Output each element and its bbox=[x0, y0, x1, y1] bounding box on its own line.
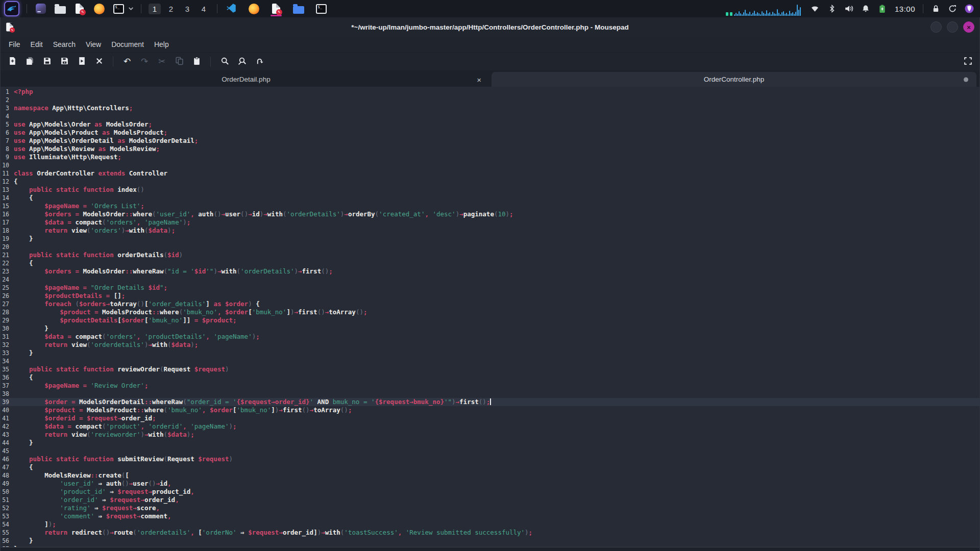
save-as-button[interactable] bbox=[57, 55, 72, 69]
menu-document[interactable]: Document bbox=[106, 38, 149, 51]
redo-icon: ↷ bbox=[141, 57, 148, 66]
toolbar-separator bbox=[113, 57, 113, 67]
code-text: } bbox=[14, 349, 33, 357]
workspace-3[interactable]: 3 bbox=[181, 4, 193, 14]
menu-file[interactable]: File bbox=[4, 38, 26, 51]
line-number: 10 bbox=[1, 161, 14, 169]
brave-icon[interactable] bbox=[965, 4, 974, 13]
kali-menu-button[interactable] bbox=[4, 1, 19, 16]
taskbar-window-vscode[interactable] bbox=[225, 1, 238, 16]
menu-edit[interactable]: Edit bbox=[26, 38, 48, 51]
close-document-button[interactable] bbox=[91, 55, 107, 69]
menu-view[interactable]: View bbox=[81, 38, 106, 51]
line-number: 52 bbox=[1, 504, 14, 512]
logout-icon[interactable] bbox=[948, 4, 957, 13]
code-editor[interactable]: 1<?php23namespace App\Http\Controllers;4… bbox=[1, 87, 979, 547]
line-number: 53 bbox=[1, 512, 14, 520]
line-number: 19 bbox=[1, 235, 14, 243]
code-text: } bbox=[14, 439, 33, 446]
code-line-28: 28$product = ModelsProduct::where('bmuk_… bbox=[1, 308, 979, 316]
line-number: 12 bbox=[1, 178, 14, 186]
monitor-bar bbox=[777, 9, 778, 16]
monitor-bar bbox=[772, 12, 773, 16]
titlebar[interactable]: *~/write-up/Iman/jumbo-master/app/Http/C… bbox=[1, 17, 979, 37]
terminal-icon: $_ bbox=[316, 4, 327, 14]
code-line-43: 43return view('revieworder')→with($data)… bbox=[1, 431, 979, 439]
cut-button[interactable]: ✂ bbox=[154, 55, 169, 69]
code-line-14: 14{ bbox=[1, 194, 979, 202]
monitor-bar bbox=[752, 13, 753, 16]
tab-OrderController.php[interactable]: OrderController.php bbox=[492, 72, 976, 87]
monitor-bar bbox=[785, 14, 786, 16]
launcher-terminal[interactable]: $_ bbox=[112, 2, 125, 15]
new-document-button[interactable] bbox=[5, 55, 20, 69]
menu-search[interactable]: Search bbox=[48, 38, 81, 51]
tab-close-button[interactable]: × bbox=[477, 76, 481, 83]
copy-button[interactable] bbox=[172, 55, 187, 69]
code-line-2: 2 bbox=[1, 96, 979, 104]
monitor-bar bbox=[781, 12, 782, 16]
line-number: 44 bbox=[1, 439, 14, 447]
code-text: return view('revieworder')→with($data); bbox=[14, 431, 194, 438]
line-number: 16 bbox=[1, 210, 14, 218]
taskbar-window-firefox[interactable] bbox=[247, 1, 260, 16]
panel-separator bbox=[217, 4, 217, 13]
launcher-firefox[interactable] bbox=[92, 2, 106, 15]
launcher-file-manager[interactable] bbox=[34, 2, 47, 15]
monitor-bar bbox=[791, 13, 792, 16]
code-text: { bbox=[14, 194, 33, 202]
bell-icon[interactable] bbox=[861, 4, 870, 13]
code-line-45: 45 bbox=[1, 447, 979, 455]
code-text: $orders = ModelsOrder::where('user_id', … bbox=[14, 210, 513, 218]
volume-icon[interactable] bbox=[844, 4, 853, 13]
launcher-text-editor[interactable] bbox=[73, 2, 86, 15]
code-line-13: 13public static function index() bbox=[1, 186, 979, 194]
workspace-2[interactable]: 2 bbox=[165, 4, 177, 14]
line-number: 48 bbox=[1, 471, 14, 480]
bluetooth-icon[interactable] bbox=[827, 4, 837, 13]
system-monitor-graph[interactable] bbox=[726, 2, 801, 16]
code-line-29: 29$productDetails[$order['bmuk_no']] = $… bbox=[1, 316, 979, 324]
code-text: } bbox=[14, 324, 48, 332]
minimize-button[interactable] bbox=[930, 21, 942, 33]
monitor-bar bbox=[742, 14, 743, 16]
line-number: 13 bbox=[1, 186, 14, 194]
taskbar-window-terminal[interactable]: $_ bbox=[314, 1, 328, 16]
open-document-button[interactable] bbox=[22, 55, 37, 69]
monitor-bar bbox=[778, 13, 779, 16]
maximize-button[interactable] bbox=[947, 21, 958, 33]
menu-help[interactable]: Help bbox=[149, 38, 174, 51]
redo-button[interactable]: ↷ bbox=[137, 55, 152, 69]
workspace-4[interactable]: 4 bbox=[198, 4, 210, 14]
save-button[interactable] bbox=[39, 55, 55, 69]
fullscreen-button[interactable] bbox=[960, 55, 975, 69]
find-replace-button[interactable] bbox=[234, 55, 250, 69]
find-replace-icon bbox=[238, 57, 247, 67]
taskbar-window-folder[interactable] bbox=[292, 1, 305, 16]
undo-button[interactable]: ↶ bbox=[119, 55, 135, 69]
battery-icon[interactable] bbox=[878, 4, 887, 13]
launcher-files-folder[interactable] bbox=[54, 2, 67, 15]
chevron-down-icon[interactable] bbox=[128, 6, 134, 12]
tab-OrderDetail.php[interactable]: OrderDetail.php× bbox=[4, 72, 488, 87]
wifi-icon[interactable] bbox=[811, 4, 820, 13]
go-to-button[interactable] bbox=[252, 55, 267, 69]
code-line-47: 47{ bbox=[1, 463, 979, 471]
workspace-1[interactable]: 1 bbox=[149, 4, 161, 14]
code-text: <?php bbox=[14, 88, 33, 95]
clock[interactable]: 13:00 bbox=[895, 5, 915, 13]
paste-button[interactable] bbox=[189, 55, 204, 69]
find-button[interactable] bbox=[217, 55, 232, 69]
mousepad-window: *~/write-up/Iman/jumbo-master/app/Http/C… bbox=[0, 17, 980, 551]
code-text: $order = ModelsOrderDetail::whereRaw("or… bbox=[14, 398, 491, 406]
revert-button[interactable] bbox=[74, 55, 89, 69]
monitor-bar bbox=[768, 13, 769, 16]
lock-icon[interactable] bbox=[931, 4, 940, 13]
monitor-bar bbox=[743, 12, 744, 16]
code-text: return view('orderdetails')→with($data); bbox=[14, 341, 198, 348]
code-text: use App\Models\Product as ModelsProduct; bbox=[14, 129, 167, 136]
taskbar-window-mousepad[interactable] bbox=[270, 1, 283, 16]
close-button[interactable]: × bbox=[963, 21, 974, 33]
save-as-icon bbox=[60, 57, 69, 67]
cut-icon: ✂ bbox=[158, 57, 165, 66]
